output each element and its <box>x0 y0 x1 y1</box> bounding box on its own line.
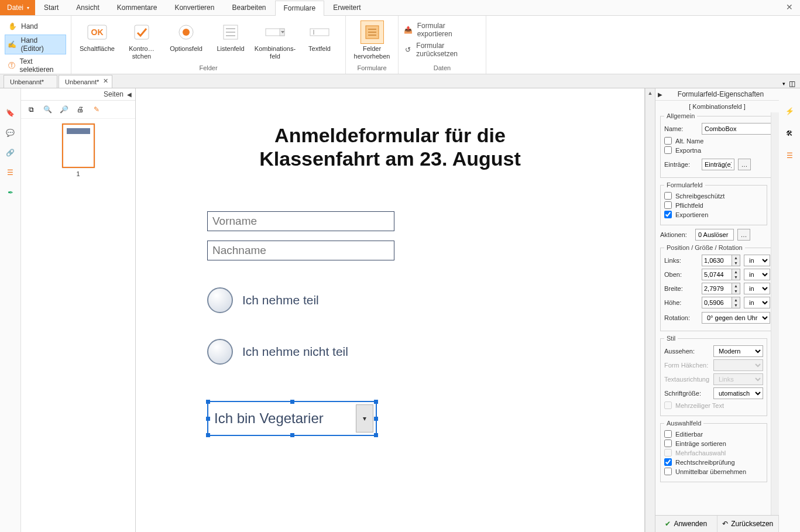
field-radio[interactable]: Optionsfeld <box>165 19 207 53</box>
spinner[interactable]: ▲▼ <box>732 297 740 308</box>
altname-checkbox[interactable] <box>664 137 672 145</box>
required-checkbox[interactable] <box>664 201 672 209</box>
signature-icon[interactable]: ✒ <box>5 187 16 198</box>
tab-ansicht[interactable]: Ansicht <box>67 0 108 15</box>
export-form[interactable]: 📤 Formular exportieren <box>403 22 481 38</box>
vorname-field[interactable] <box>207 211 394 231</box>
tab-erweitert[interactable]: Erweitert <box>324 0 369 15</box>
tab-formulare[interactable]: Formulare <box>275 1 325 16</box>
actions-input[interactable] <box>695 229 734 241</box>
radio-participate[interactable]: Ich nehme teil <box>207 287 500 313</box>
field-list[interactable]: Listenfeld <box>210 19 252 53</box>
list-view-icon[interactable]: ☰ <box>5 167 16 179</box>
readonly-checkbox[interactable] <box>664 192 672 200</box>
commit-checkbox[interactable] <box>664 468 672 475</box>
resize-handle[interactable] <box>374 433 378 437</box>
tab-bearbeiten[interactable]: Bearbeiten <box>223 0 274 15</box>
height-unit[interactable]: in <box>744 297 770 308</box>
look-select[interactable]: Modern <box>713 345 763 357</box>
doc-tab-1[interactable]: Unbenannt* ✕ <box>59 75 112 88</box>
attachment-icon[interactable]: 🔗 <box>5 147 16 159</box>
reset-button[interactable]: ↶Zurücksetzen <box>717 516 780 532</box>
actions-more-button[interactable]: … <box>737 229 750 241</box>
width-input[interactable] <box>702 283 732 294</box>
close-tab-icon[interactable]: ✕ <box>103 77 108 85</box>
width-unit[interactable]: in <box>744 283 770 294</box>
entries-input[interactable] <box>702 159 734 170</box>
exportname-checkbox[interactable] <box>664 146 672 154</box>
tab-kommentare[interactable]: Kommentare <box>108 0 166 15</box>
vertical-scrollbar[interactable]: ▲ <box>645 88 655 532</box>
doc-tab-0[interactable]: Unbenannt* <box>4 75 57 88</box>
editable-row[interactable]: Editierbar <box>664 430 763 438</box>
apply-button[interactable]: ✔Anwenden <box>655 516 717 532</box>
tab-menu-icon[interactable]: ▾ <box>782 81 785 87</box>
tab-start[interactable]: Start <box>35 0 67 15</box>
properties-icon[interactable]: ☰ <box>783 149 796 162</box>
scroll-up-icon[interactable]: ▲ <box>646 88 655 98</box>
field-combo[interactable]: Kombinations- feld <box>254 19 296 60</box>
tab-konvertieren[interactable]: Konvertieren <box>166 0 223 15</box>
radio-not-participate[interactable]: Ich nehme nicht teil <box>207 339 500 365</box>
layout-icon[interactable]: ◫ <box>789 80 795 88</box>
nachname-field[interactable] <box>207 241 394 260</box>
commit-row[interactable]: Unmittelbar übernehmen <box>664 468 763 475</box>
field-text[interactable]: Textfeld <box>298 19 341 53</box>
tool-hand-editor[interactable]: ✍ Hand (Editor) <box>5 35 66 54</box>
resize-handle[interactable] <box>374 417 378 421</box>
field-checkbox[interactable]: Kontro…stchen <box>121 19 163 60</box>
zoom-in-icon[interactable]: 🔍 <box>42 104 53 115</box>
top-input[interactable] <box>702 269 732 280</box>
field-button[interactable]: OK Schaltfläche <box>76 19 118 53</box>
resize-handle[interactable] <box>206 417 210 421</box>
export-checkbox-row[interactable]: Exportieren <box>664 211 763 218</box>
resize-handle[interactable] <box>206 400 210 404</box>
copy-icon[interactable]: ⧉ <box>26 104 36 115</box>
altname-row[interactable]: Alt. Name <box>664 137 771 145</box>
left-unit[interactable]: in <box>744 255 770 266</box>
props-scrollbar[interactable] <box>771 112 779 515</box>
height-input[interactable] <box>702 297 732 308</box>
rotation-select[interactable]: 0° gegen den Uhr <box>702 312 770 324</box>
entries-more-button[interactable]: … <box>738 159 751 170</box>
spinner[interactable]: ▲▼ <box>732 283 740 294</box>
highlight-fields[interactable]: Felder hervorheben <box>351 19 393 60</box>
resize-handle[interactable] <box>206 433 210 437</box>
sort-checkbox[interactable] <box>664 440 672 447</box>
top-unit[interactable]: in <box>744 269 770 280</box>
name-input[interactable] <box>702 123 771 135</box>
spinner[interactable]: ▲▼ <box>732 255 740 266</box>
fontsize-select[interactable]: utomatisch <box>713 387 763 399</box>
print-icon[interactable]: 🖨 <box>75 104 85 115</box>
spell-row[interactable]: Rechtschreibprüfung <box>664 458 763 466</box>
expand-icon[interactable]: ▶ <box>658 91 662 98</box>
chevron-down-icon[interactable]: ▾ <box>356 404 373 433</box>
reset-form[interactable]: ↺ Formular zurücksetzen <box>403 42 481 58</box>
wrench-icon[interactable]: 🛠 <box>783 127 796 140</box>
spell-checkbox[interactable] <box>664 458 672 466</box>
tool-hand[interactable]: ✋ Hand <box>5 19 66 33</box>
exportname-row[interactable]: Exportna <box>664 146 771 154</box>
readonly-checkbox-row[interactable]: Schreibgeschützt <box>664 192 763 200</box>
comment-icon[interactable]: 💬 <box>5 127 16 139</box>
export-checkbox[interactable] <box>664 211 672 218</box>
lightning-icon[interactable]: ⚡ <box>783 105 796 118</box>
page-thumbnail-1[interactable] <box>62 123 95 168</box>
resize-handle[interactable] <box>290 400 294 404</box>
edit-page-icon[interactable]: ✎ <box>91 104 102 115</box>
file-menu[interactable]: Datei ▾ <box>0 0 35 15</box>
spinner[interactable]: ▲▼ <box>732 269 740 280</box>
resize-handle[interactable] <box>374 400 378 404</box>
editable-checkbox[interactable] <box>664 430 672 438</box>
left-input[interactable] <box>702 255 732 266</box>
tool-text-select[interactable]: Ⓣ Text selektieren <box>5 56 66 75</box>
combo-field-selected[interactable]: Ich bin Vegetarier ▾ <box>207 401 377 436</box>
required-checkbox-row[interactable]: Pflichtfeld <box>664 201 763 209</box>
collapse-icon[interactable]: ◀ <box>127 91 132 98</box>
document-canvas[interactable]: Anmeldeformular für die Klassenfahrt am … <box>136 88 645 532</box>
zoom-out-icon[interactable]: 🔎 <box>59 104 69 115</box>
resize-handle[interactable] <box>290 433 294 437</box>
window-close-icon[interactable]: ✕ <box>779 0 800 15</box>
sort-row[interactable]: Einträge sortieren <box>664 440 763 447</box>
bookmark-icon[interactable]: 🔖 <box>5 107 16 119</box>
